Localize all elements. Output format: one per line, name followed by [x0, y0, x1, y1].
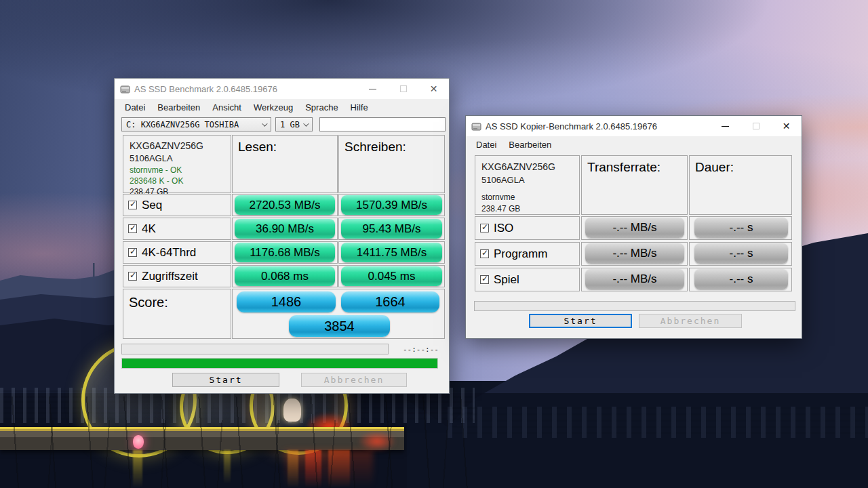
comment-input[interactable] — [319, 117, 446, 131]
menu-hilfe[interactable]: Hilfe — [344, 100, 374, 115]
access-write-value: 0.045 ms — [341, 266, 442, 286]
row-4k64-label: 4K-64Thrd — [123, 241, 231, 264]
drive-model: KXG6AZNV256G — [475, 156, 579, 172]
main-benchmark-window: AS SSD Benchmark 2.0.6485.19676 ✕ Datei … — [114, 78, 450, 394]
start-button[interactable]: Start — [172, 373, 279, 387]
4k-read-value: 36.90 MB/s — [235, 219, 335, 239]
write-column-header: Schreiben: — [338, 135, 445, 193]
iso-duration-value: -.-- s — [694, 218, 788, 238]
menu-datei[interactable]: Datei — [470, 138, 502, 152]
menu-bar: Datei Bearbeiten — [466, 136, 802, 152]
drive-capacity: 238.47 GB — [475, 202, 579, 214]
spiel-checkbox[interactable] — [480, 275, 489, 284]
maximize-icon[interactable] — [741, 116, 771, 136]
iso-rate-value: -.-- MB/s — [585, 218, 684, 238]
spiel-duration-value: -.-- s — [694, 269, 788, 289]
minimize-icon[interactable] — [710, 116, 741, 136]
progress-bar — [121, 344, 389, 354]
score-write-value: 1664 — [341, 291, 439, 312]
menu-bearbeiten[interactable]: Bearbeiten — [151, 100, 206, 115]
read-column-header: Lesen: — [232, 135, 338, 193]
score-read-value: 1486 — [237, 291, 336, 312]
seq-checkbox[interactable] — [128, 201, 137, 209]
programm-rate-value: -.-- MB/s — [585, 243, 684, 264]
progress-bar — [474, 301, 795, 311]
row-programm-label: Programm — [475, 242, 580, 266]
total-progress-bar — [121, 358, 438, 369]
menu-bar: Datei Bearbeiten Ansicht Werkzeug Sprach… — [115, 99, 449, 115]
water-sparkles-right — [448, 407, 868, 438]
copy-benchmark-window: AS SSD Kopier-Benchmark 2.0.6485.19676 ✕… — [465, 115, 802, 339]
seq-read-value: 2720.53 MB/s — [235, 195, 335, 215]
4k64-checkbox[interactable] — [128, 248, 137, 257]
reeds — [27, 420, 461, 488]
close-icon[interactable]: ✕ — [418, 79, 449, 99]
score-label: Score: — [123, 289, 231, 310]
close-icon[interactable]: ✕ — [771, 116, 802, 136]
4k64-write-value: 1411.75 MB/s — [341, 243, 442, 262]
duration-column-header: Dauer: — [689, 155, 792, 215]
row-iso-label: ISO — [475, 216, 580, 240]
app-drive-icon — [471, 121, 481, 131]
menu-datei[interactable]: Datei — [119, 100, 151, 115]
menu-sprache[interactable]: Sprache — [299, 100, 344, 115]
title-bar: AS SSD Benchmark 2.0.6485.19676 ✕ — [115, 79, 449, 99]
cancel-button: Abbrechen — [639, 314, 742, 328]
4k-write-value: 95.43 MB/s — [341, 219, 442, 239]
spiel-rate-value: -.-- MB/s — [585, 269, 684, 289]
minimize-icon[interactable] — [357, 79, 388, 99]
drive-firmware: 5106AGLA — [475, 172, 579, 185]
4k-checkbox[interactable] — [128, 224, 137, 233]
drive-select[interactable]: C: KXG6AZNV256G TOSHIBA — [121, 117, 271, 131]
seq-write-value: 1570.39 MB/s — [341, 195, 442, 215]
window-title: AS SSD Kopier-Benchmark 2.0.6485.19676 — [486, 121, 657, 131]
app-drive-icon — [120, 84, 130, 94]
drive-firmware: 5106AGLA — [123, 151, 231, 163]
row-4k-label: 4K — [123, 218, 231, 240]
drive-driver-status: stornvme - OK — [123, 163, 231, 175]
chevron-down-icon — [262, 121, 267, 126]
drive-info-panel: KXG6AZNV256G 5106AGLA stornvme 238.47 GB — [475, 155, 580, 215]
access-time-checkbox[interactable] — [128, 272, 137, 281]
4k64-read-value: 1176.68 MB/s — [235, 243, 335, 262]
drive-alignment-status: 283648 K - OK — [123, 175, 231, 186]
elapsed-time: --:--:-- — [403, 345, 439, 354]
window-title: AS SSD Benchmark 2.0.6485.19676 — [134, 84, 277, 94]
programm-checkbox[interactable] — [480, 249, 489, 258]
maximize-icon[interactable] — [388, 79, 418, 99]
menu-ansicht[interactable]: Ansicht — [206, 100, 248, 115]
programm-duration-value: -.-- s — [694, 243, 788, 264]
access-read-value: 0.068 ms — [235, 266, 335, 286]
test-size-select[interactable]: 1 GB — [275, 117, 313, 131]
start-button[interactable]: Start — [529, 314, 632, 328]
score-total-value: 3854 — [289, 315, 390, 337]
menu-bearbeiten[interactable]: Bearbeiten — [502, 138, 557, 152]
drive-driver: stornvme — [475, 185, 579, 202]
row-spiel-label: Spiel — [475, 268, 580, 291]
menu-werkzeug[interactable]: Werkzeug — [248, 100, 299, 115]
iso-checkbox[interactable] — [480, 224, 489, 232]
drive-info-panel: KXG6AZNV256G 5106AGLA stornvme - OK 2836… — [123, 135, 231, 193]
cancel-button: Abbrechen — [301, 373, 407, 387]
drive-model: KXG6AZNV256G — [123, 136, 231, 151]
row-seq-label: Seq — [123, 194, 231, 216]
row-access-time-label: Zugriffszeit — [123, 265, 231, 287]
score-label-cell: Score: — [123, 289, 231, 339]
title-bar: AS SSD Kopier-Benchmark 2.0.6485.19676 ✕ — [466, 116, 802, 136]
rate-column-header: Transferrate: — [581, 155, 688, 215]
chevron-down-icon — [303, 121, 309, 126]
